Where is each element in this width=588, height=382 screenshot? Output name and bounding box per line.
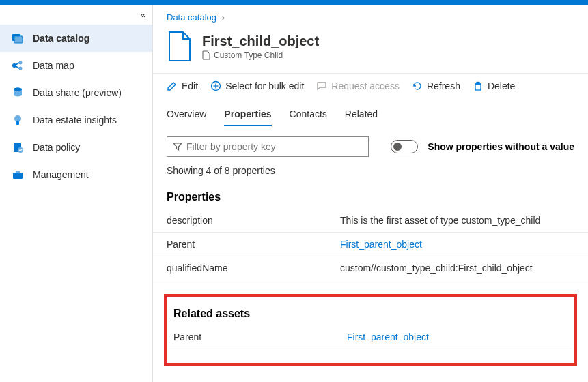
page-title: First_child_object bbox=[202, 33, 319, 49]
related-heading: Related assets bbox=[169, 304, 572, 325]
svg-rect-18 bbox=[475, 84, 481, 90]
showing-count: Showing 4 of 8 properties bbox=[153, 161, 588, 187]
type-mini-icon bbox=[202, 50, 210, 60]
chat-icon bbox=[316, 80, 327, 91]
svg-line-5 bbox=[16, 63, 19, 65]
breadcrumb: Data catalog › bbox=[153, 5, 588, 25]
parent-link[interactable]: First_parent_object bbox=[340, 239, 574, 250]
asset-type-label: Custom Type Child bbox=[214, 50, 283, 60]
svg-line-6 bbox=[16, 66, 19, 68]
edit-button[interactable]: Edit bbox=[167, 80, 198, 91]
sidebar-item-label: Data catalog bbox=[33, 33, 89, 44]
pencil-icon bbox=[167, 80, 178, 91]
sidebar-item-label: Management bbox=[33, 169, 89, 180]
svg-point-9 bbox=[14, 115, 21, 122]
delete-button[interactable]: Delete bbox=[473, 80, 515, 91]
tab-related[interactable]: Related bbox=[345, 103, 378, 126]
properties-heading: Properties bbox=[153, 187, 588, 209]
svg-rect-1 bbox=[14, 36, 23, 43]
bulk-edit-button[interactable]: Select for bulk edit bbox=[210, 80, 304, 91]
tab-bar: Overview Properties Contacts Related bbox=[153, 103, 588, 127]
tab-contacts[interactable]: Contacts bbox=[290, 103, 327, 126]
sidebar-item-data-catalog[interactable]: Data catalog bbox=[0, 25, 152, 52]
tab-properties[interactable]: Properties bbox=[224, 103, 271, 126]
trash-icon bbox=[473, 80, 484, 91]
refresh-button[interactable]: Refresh bbox=[412, 80, 460, 91]
asset-header: First_child_object Custom Type Child bbox=[153, 25, 588, 73]
sidebar: « Data catalog Data map Data share (prev… bbox=[0, 5, 153, 382]
related-row: Parent First_parent_object bbox=[169, 325, 572, 349]
svg-point-2 bbox=[12, 63, 16, 68]
top-accent-bar bbox=[0, 0, 588, 5]
request-access-button: Request access bbox=[316, 80, 400, 91]
sidebar-item-label: Data map bbox=[33, 60, 74, 71]
refresh-icon bbox=[412, 80, 423, 91]
filter-input[interactable] bbox=[186, 141, 363, 152]
show-empty-toggle[interactable] bbox=[391, 140, 418, 153]
action-toolbar: Edit Select for bulk edit Request access… bbox=[153, 73, 588, 99]
tab-overview[interactable]: Overview bbox=[167, 103, 206, 126]
file-icon bbox=[167, 31, 193, 62]
lightbulb-icon bbox=[11, 113, 25, 127]
svg-rect-13 bbox=[13, 173, 23, 179]
plus-circle-icon bbox=[210, 80, 221, 91]
related-assets-highlight: Related assets Parent First_parent_objec… bbox=[164, 294, 577, 366]
svg-rect-10 bbox=[16, 121, 19, 125]
svg-point-8 bbox=[14, 88, 22, 91]
sidebar-item-label: Data share (preview) bbox=[33, 87, 122, 98]
map-icon bbox=[11, 59, 25, 72]
sidebar-item-data-share[interactable]: Data share (preview) bbox=[0, 79, 152, 106]
sidebar-item-policy[interactable]: Data policy bbox=[0, 134, 152, 161]
toggle-label: Show properties without a value bbox=[428, 141, 574, 152]
sidebar-item-label: Data policy bbox=[33, 142, 80, 153]
related-parent-link[interactable]: First_parent_object bbox=[347, 332, 568, 342]
collapse-sidebar-button[interactable]: « bbox=[141, 10, 145, 20]
property-row: Parent First_parent_object bbox=[153, 233, 588, 256]
sidebar-item-management[interactable]: Management bbox=[0, 161, 152, 188]
breadcrumb-root-link[interactable]: Data catalog bbox=[167, 12, 216, 23]
filter-icon bbox=[173, 142, 182, 151]
policy-icon bbox=[11, 141, 25, 154]
main-content: Data catalog › First_child_object Custom… bbox=[153, 5, 588, 382]
toolbox-icon bbox=[11, 168, 25, 181]
sidebar-item-label: Data estate insights bbox=[33, 115, 117, 126]
svg-rect-14 bbox=[16, 171, 20, 173]
sidebar-item-insights[interactable]: Data estate insights bbox=[0, 106, 152, 134]
svg-point-12 bbox=[18, 147, 23, 153]
property-row: description This is the first asset of t… bbox=[153, 209, 588, 233]
filter-input-wrapper[interactable] bbox=[167, 136, 369, 157]
svg-rect-20 bbox=[477, 83, 479, 85]
svg-point-3 bbox=[19, 61, 23, 65]
svg-point-4 bbox=[19, 67, 23, 70]
catalog-icon bbox=[11, 31, 25, 45]
sidebar-item-data-map[interactable]: Data map bbox=[0, 52, 152, 79]
property-row: qualifiedName custom//custom_type_child:… bbox=[153, 256, 588, 280]
chevron-right-icon: › bbox=[222, 12, 225, 23]
database-icon bbox=[11, 86, 25, 100]
